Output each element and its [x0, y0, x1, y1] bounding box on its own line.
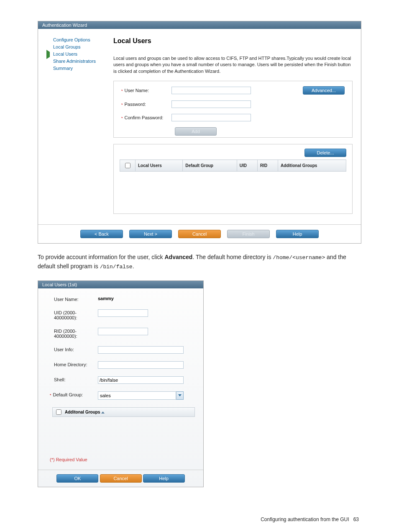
- username-input[interactable]: [171, 87, 251, 94]
- nav-item-local-groups[interactable]: Local Groups: [46, 44, 109, 49]
- help-button[interactable]: Help: [276, 230, 319, 238]
- col-local-users[interactable]: Local Users: [136, 160, 183, 172]
- dot-icon: [46, 38, 51, 42]
- chevron-down-icon[interactable]: [176, 391, 184, 400]
- default-group-field[interactable]: [98, 391, 176, 400]
- additional-groups-header[interactable]: Additonal Groups: [52, 407, 195, 417]
- userinfo-input[interactable]: [98, 346, 184, 354]
- col-uid[interactable]: UID: [237, 160, 257, 172]
- col-default-group[interactable]: Default Group: [183, 160, 237, 172]
- d2-defgroup-label: *Default Group:: [50, 391, 98, 397]
- page-heading: Local Users: [113, 37, 353, 45]
- groups-select-all-checkbox[interactable]: [56, 409, 61, 415]
- back-button[interactable]: < Back: [80, 230, 123, 238]
- local-users-dialog: Local Users (1st) User Name: sammy UID (…: [38, 280, 204, 487]
- username-label: *User Name:: [121, 88, 171, 93]
- nav-label: Configure Options: [53, 37, 90, 42]
- nav-item-configure-options[interactable]: Configure Options: [46, 37, 109, 42]
- footer-text: Configuring authentication from the GUI: [261, 517, 349, 522]
- sort-asc-icon: [101, 411, 105, 414]
- confirm-password-label: *Confirm Password:: [121, 115, 171, 120]
- nav-item-local-users[interactable]: Local Users: [46, 51, 109, 57]
- nav-item-summary[interactable]: Summary: [46, 66, 109, 71]
- uid-input[interactable]: [98, 309, 148, 317]
- page-footer: Configuring authentication from the GUI …: [38, 517, 361, 522]
- nav-label: Share Administrators: [53, 59, 96, 64]
- wizard-title: Authentication Wizard: [42, 23, 87, 28]
- dot-icon: [46, 59, 51, 63]
- additional-groups-list: [50, 417, 195, 455]
- add-button[interactable]: Add: [175, 127, 217, 136]
- user-form: *User Name: Advanced... *Password: *Conf…: [113, 81, 353, 138]
- d2-username-value: sammy: [98, 296, 114, 301]
- d2-cancel-button[interactable]: Cancel: [100, 474, 142, 483]
- select-all-checkbox[interactable]: [125, 163, 130, 168]
- required-note: (*) Required Value: [50, 457, 195, 462]
- auth-wizard-panel: Authentication Wizard Configure Options …: [38, 21, 361, 244]
- nav-label: Local Groups: [53, 44, 80, 49]
- d2-help-button[interactable]: Help: [143, 474, 185, 483]
- finish-button[interactable]: Finish: [227, 230, 270, 238]
- page-description: Local users and groups can be used to al…: [113, 55, 353, 75]
- d2-uid-label: UID (2000-40000000):: [54, 309, 98, 320]
- next-button[interactable]: Next >: [129, 230, 172, 238]
- password-label: *Password:: [121, 102, 171, 107]
- confirm-password-input[interactable]: [171, 114, 251, 121]
- nav-item-share-admins[interactable]: Share Administrators: [46, 59, 109, 64]
- nav-label: Local Users: [53, 51, 77, 57]
- dialog-footer: OK Cancel Help: [38, 470, 203, 487]
- dialog-title-bar: Local Users (1st): [38, 281, 203, 288]
- dot-icon: [46, 45, 51, 49]
- default-group-select[interactable]: [98, 391, 184, 400]
- nav-label: Summary: [53, 66, 73, 71]
- arrow-right-icon: [46, 52, 51, 56]
- instruction-paragraph: To provide account information for the u…: [38, 253, 361, 271]
- d2-username-label: User Name:: [54, 296, 98, 302]
- dialog-title: Local Users (1st): [42, 282, 77, 287]
- homedir-input[interactable]: [98, 361, 184, 369]
- wizard-nav: Configure Options Local Groups Local Use…: [46, 37, 109, 220]
- shell-input[interactable]: [98, 376, 184, 384]
- d2-shell-label: Shell:: [54, 376, 98, 382]
- advanced-button[interactable]: Advanced...: [303, 86, 345, 95]
- d2-userinfo-label: User Info:: [54, 346, 98, 352]
- users-grid-area: Delete... Local Users Default Group UID …: [113, 144, 353, 214]
- d2-homedir-label: Home Directory:: [54, 361, 98, 367]
- col-additional-groups[interactable]: Additional Groups: [278, 160, 346, 172]
- col-checkbox[interactable]: [120, 160, 136, 172]
- users-table: Local Users Default Group UID RID Additi…: [120, 159, 346, 172]
- wizard-title-bar: Authentication Wizard: [38, 21, 361, 29]
- col-rid[interactable]: RID: [257, 160, 278, 172]
- cancel-button[interactable]: Cancel: [178, 230, 221, 238]
- additional-groups-label: Additonal Groups: [65, 410, 105, 414]
- rid-input[interactable]: [98, 328, 148, 335]
- wizard-footer: < Back Next > Cancel Finish Help: [38, 224, 361, 243]
- page-number: 63: [353, 517, 359, 522]
- password-input[interactable]: [171, 100, 251, 108]
- ok-button[interactable]: OK: [56, 474, 98, 483]
- d2-rid-label: RID (2000-40000000):: [54, 328, 98, 339]
- delete-button[interactable]: Delete...: [304, 149, 346, 157]
- dot-icon: [46, 66, 51, 70]
